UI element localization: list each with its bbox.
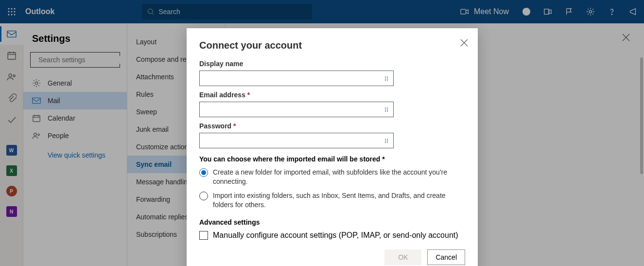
autofill-icon[interactable]: ⁞⁞ bbox=[380, 137, 393, 144]
checkbox-label: Manually configure account settings (POP… bbox=[213, 231, 458, 240]
radio-new-folder[interactable]: Create a new folder for imported email, … bbox=[199, 168, 465, 186]
cancel-button[interactable]: Cancel bbox=[427, 249, 465, 265]
autofill-icon[interactable]: ⁞⁞ bbox=[380, 106, 393, 113]
radio-existing-folders[interactable]: Import into existing folders, such as In… bbox=[199, 191, 465, 210]
display-name-input[interactable] bbox=[200, 74, 380, 82]
password-input[interactable] bbox=[200, 137, 380, 144]
connect-account-dialog: Connect your account Display name ⁞⁞ Ema… bbox=[187, 28, 478, 266]
dialog-close-button[interactable] bbox=[460, 39, 469, 48]
radio-label: Create a new folder for imported email, … bbox=[213, 168, 465, 186]
email-field[interactable]: ⁞⁞ bbox=[199, 102, 394, 117]
advanced-checkbox-row[interactable]: Manually configure account settings (POP… bbox=[199, 231, 465, 240]
storage-helper: You can choose where the imported email … bbox=[199, 155, 465, 163]
display-name-field[interactable]: ⁞⁞ bbox=[199, 71, 394, 86]
radio-icon bbox=[199, 192, 208, 200]
radio-icon bbox=[199, 168, 208, 177]
ok-button[interactable]: OK bbox=[384, 249, 421, 265]
checkbox-icon bbox=[199, 231, 208, 240]
radio-label: Import into existing folders, such as In… bbox=[213, 191, 465, 210]
email-label: Email address * bbox=[199, 91, 465, 99]
display-name-label: Display name bbox=[199, 60, 465, 68]
dialog-buttons: OK Cancel bbox=[199, 249, 465, 265]
email-input[interactable] bbox=[200, 106, 380, 113]
dialog-title: Connect your account bbox=[199, 40, 465, 51]
password-field[interactable]: ⁞⁞ bbox=[199, 133, 394, 148]
autofill-icon[interactable]: ⁞⁞ bbox=[380, 75, 393, 82]
password-label: Password * bbox=[199, 122, 465, 130]
advanced-heading: Advanced settings bbox=[199, 218, 465, 226]
